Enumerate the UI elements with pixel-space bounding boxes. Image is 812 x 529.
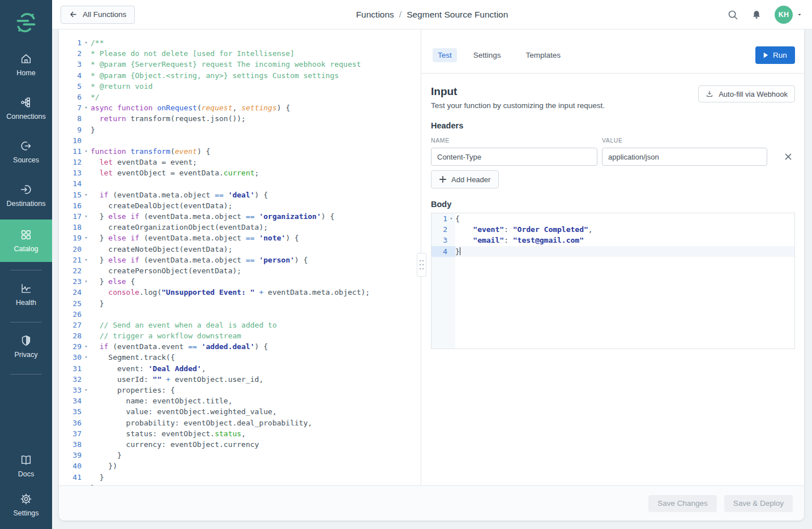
fold-arrow-icon[interactable]: ▾: [447, 213, 455, 224]
input-section-subtitle: Test your function by customizing the in…: [431, 101, 605, 110]
header-name-input[interactable]: [431, 148, 597, 166]
sidebar-item-sources[interactable]: Sources: [0, 132, 52, 171]
pane-resize-handle[interactable]: [417, 253, 426, 277]
line-number: 29: [59, 341, 82, 352]
sidebar-item-label: Health: [16, 299, 36, 307]
line-number: 27: [59, 320, 82, 330]
fold-arrow-icon[interactable]: ▾: [82, 190, 91, 200]
fold-arrow-icon[interactable]: ▾: [82, 352, 91, 363]
download-icon: [706, 90, 713, 98]
segment-logo-icon[interactable]: [14, 10, 38, 35]
top-bar: All Functions Functions/Segment Source F…: [52, 0, 812, 29]
fold-arrow-icon[interactable]: ▾: [82, 341, 91, 352]
line-number: 34: [59, 395, 82, 406]
line-number: 6: [59, 92, 82, 102]
code-line: 29▾ if (eventData.event == 'added.deal')…: [59, 341, 421, 352]
text-cursor: [460, 247, 460, 255]
fold-arrow-icon[interactable]: ▾: [82, 255, 91, 265]
fold-gutter: [82, 406, 91, 417]
fold-gutter: [82, 374, 91, 385]
header-value-input[interactable]: [602, 148, 767, 166]
fold-arrow-icon[interactable]: ▾: [82, 233, 91, 243]
sidebar-item-label: Catalog: [14, 245, 38, 253]
fold-gutter: [82, 48, 91, 59]
save-changes-button[interactable]: Save Changes: [648, 495, 717, 512]
add-header-button[interactable]: Add Header: [431, 170, 499, 188]
avatar[interactable]: KH: [775, 6, 793, 24]
code-line: 23▾ } else {: [59, 276, 421, 287]
tab-test[interactable]: Test: [433, 48, 457, 62]
code-text: createPersonObject(eventData);: [91, 265, 421, 276]
code-text: async function onRequest(request, settin…: [91, 102, 421, 113]
headers-label: Headers: [431, 121, 795, 130]
body-json-editor[interactable]: 1▾{2 "event": "Order Completed",3 "email…: [431, 213, 795, 349]
code-text: // trigger a workflow downstream: [91, 330, 421, 341]
line-number: 39: [59, 450, 82, 461]
tab-settings[interactable]: Settings: [468, 48, 506, 62]
all-functions-back-button[interactable]: All Functions: [61, 6, 135, 24]
line-number: 37: [59, 428, 82, 439]
fold-arrow-icon[interactable]: ▾: [82, 211, 91, 222]
destinations-icon: [20, 183, 32, 196]
sidebar-item-connections[interactable]: Connections: [0, 89, 52, 128]
save-deploy-button[interactable]: Save & Deploy: [724, 495, 793, 512]
fold-gutter: [82, 320, 91, 330]
name-column-label: NAME: [431, 137, 602, 144]
line-number: 2: [59, 48, 82, 59]
search-icon[interactable]: [727, 9, 738, 20]
code-line: 25 }: [59, 298, 421, 309]
play-icon: [763, 52, 768, 58]
code-line: 6*/: [59, 92, 421, 102]
code-text: status: eventObject.status,: [91, 428, 421, 439]
code-line: 20 createNoteObject(eventData);: [59, 244, 421, 255]
sidebar-item-settings[interactable]: Settings: [0, 485, 52, 524]
sidebar-item-health[interactable]: Health: [0, 275, 52, 314]
line-number: 15: [59, 190, 82, 200]
code-line: 32 userId: "" + eventObject.user_id,: [59, 374, 421, 385]
fold-gutter: [82, 244, 91, 255]
fold-arrow-icon[interactable]: ▾: [82, 37, 91, 48]
code-text: let eventData = event;: [91, 157, 421, 167]
chevron-down-icon[interactable]: [796, 11, 803, 18]
code-line: 14: [59, 178, 421, 189]
fold-gutter: [82, 309, 91, 320]
fold-arrow-icon[interactable]: ▾: [82, 385, 91, 395]
tab-templates[interactable]: Templates: [521, 48, 566, 62]
code-text: /**: [91, 37, 421, 48]
fold-gutter: [82, 428, 91, 439]
run-button[interactable]: Run: [755, 46, 795, 64]
sidebar-item-catalog[interactable]: Catalog: [0, 220, 52, 262]
fold-gutter: [82, 483, 91, 485]
fold-arrow-icon[interactable]: ▾: [82, 146, 91, 157]
fold-gutter: [82, 363, 91, 374]
fold-arrow-icon[interactable]: ▾: [82, 276, 91, 287]
code-text: properties: {: [91, 385, 421, 395]
code-text: * @return void: [91, 81, 421, 92]
code-editor[interactable]: 1▾/**2* Please do not delete [used for I…: [59, 29, 421, 485]
sidebar-item-home[interactable]: Home: [0, 45, 52, 84]
code-line: 40 }): [59, 461, 421, 471]
notifications-bell-icon[interactable]: [751, 9, 762, 20]
line-number: 11: [59, 146, 82, 157]
fold-gutter: [447, 235, 455, 246]
line-number: 25: [59, 298, 82, 309]
breadcrumb: Functions/Segment Source Function: [52, 10, 812, 20]
fold-gutter: [82, 92, 91, 102]
fold-gutter: [82, 395, 91, 406]
code-line: 13 let eventObject = eventData.current;: [59, 167, 421, 178]
sidebar-item-destinations[interactable]: Destinations: [0, 176, 52, 215]
code-line: 9}: [59, 124, 421, 135]
fold-gutter: [82, 200, 91, 211]
line-number: 41: [59, 472, 82, 483]
code-line: 41 }: [59, 472, 421, 483]
autofill-webhook-button[interactable]: Auto-fill via Webhook: [698, 85, 795, 102]
docs-icon: [20, 454, 32, 466]
line-number: 40: [59, 461, 82, 471]
remove-header-icon[interactable]: [785, 153, 792, 160]
sidebar-divider: [10, 322, 42, 322]
code-line: 10: [59, 135, 421, 146]
sidebar-item-docs[interactable]: Docs: [0, 446, 52, 485]
breadcrumb-functions-link[interactable]: Functions: [356, 10, 394, 19]
fold-arrow-icon[interactable]: ▾: [82, 102, 91, 113]
sidebar-item-privacy[interactable]: Privacy: [0, 327, 52, 366]
